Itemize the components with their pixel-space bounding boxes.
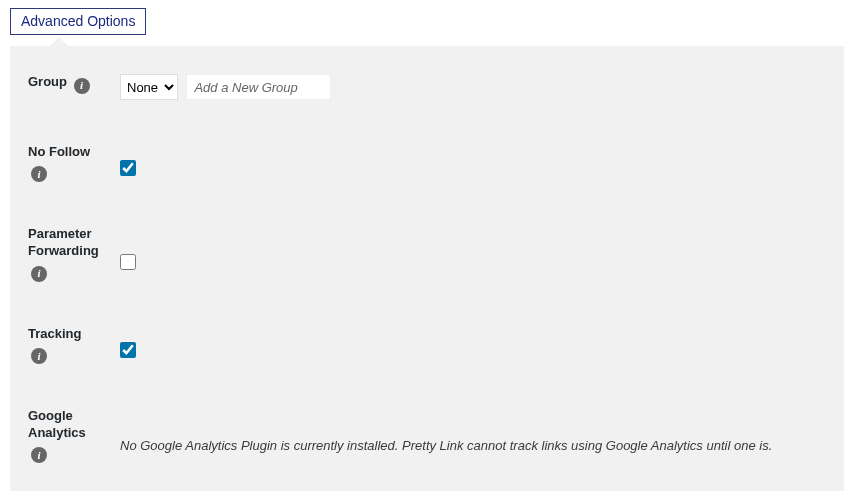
info-icon[interactable]: i xyxy=(31,166,47,182)
info-icon[interactable]: i xyxy=(31,266,47,282)
info-icon[interactable]: i xyxy=(74,78,90,94)
parameter-forwarding-label: Parameter Forwarding xyxy=(28,226,120,260)
no-follow-checkbox[interactable] xyxy=(120,160,136,176)
add-group-input[interactable] xyxy=(186,74,331,100)
google-analytics-label: Google Analytics xyxy=(28,408,120,442)
parameter-forwarding-checkbox[interactable] xyxy=(120,254,136,270)
info-icon[interactable]: i xyxy=(31,348,47,364)
tracking-checkbox[interactable] xyxy=(120,342,136,358)
info-icon[interactable]: i xyxy=(31,447,47,463)
tracking-label: Tracking xyxy=(28,326,81,343)
tab-arrow xyxy=(50,37,68,46)
advanced-options-panel: Group i None No Follow i xyxy=(10,46,844,491)
no-follow-label: No Follow xyxy=(28,144,90,161)
group-label: Group xyxy=(28,74,67,91)
tab-advanced-options[interactable]: Advanced Options xyxy=(10,8,146,35)
google-analytics-note: No Google Analytics Plugin is currently … xyxy=(120,438,772,453)
group-select[interactable]: None xyxy=(120,74,178,100)
